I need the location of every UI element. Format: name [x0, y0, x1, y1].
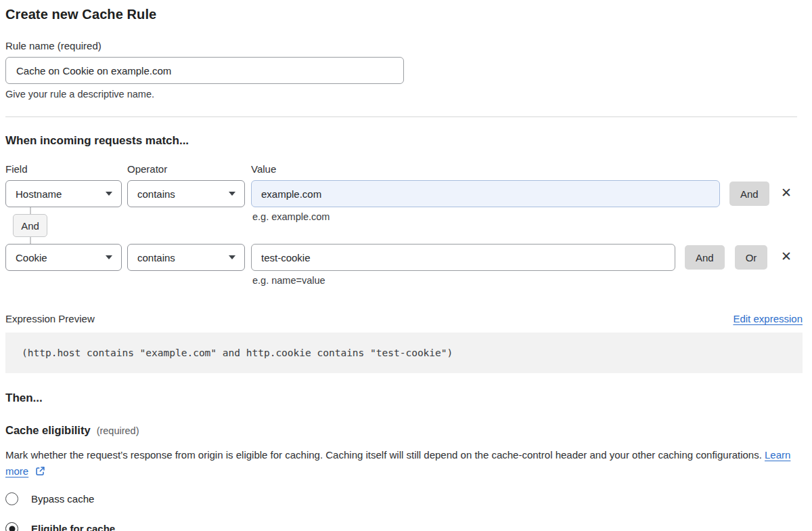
and-button-row2[interactable]: And: [685, 245, 725, 270]
match-row-2: Cookie contains e.g. name=value And Or ✕: [5, 244, 803, 271]
operator-select-row1[interactable]: contains: [127, 180, 245, 207]
expression-code: (http.host contains "example.com" and ht…: [22, 347, 453, 358]
section-divider: [5, 116, 797, 117]
expression-preview-header: Expression Preview Edit expression: [5, 313, 803, 324]
chevron-down-icon: [106, 192, 112, 196]
operator-select-row2[interactable]: contains: [127, 244, 245, 271]
cache-eligibility-title: Cache eligibility: [5, 424, 91, 437]
radio-label-bypass: Bypass cache: [31, 493, 94, 505]
radio-option-bypass-cache[interactable]: Bypass cache: [5, 492, 797, 505]
value-column-label: Value: [251, 163, 276, 175]
cache-eligibility-header: Cache eligibility (required): [5, 424, 797, 437]
close-icon[interactable]: ✕: [778, 249, 794, 264]
value-input-row2[interactable]: [251, 244, 675, 271]
create-cache-rule-form: Create new Cache Rule Rule name (require…: [0, 0, 807, 531]
row-connector: And: [5, 207, 49, 244]
field-select-row1[interactable]: Hostname: [5, 180, 122, 207]
close-icon[interactable]: ✕: [778, 185, 794, 200]
match-row-1: Hostname contains e.g. example.com And ✕: [5, 180, 803, 207]
edit-expression-link[interactable]: Edit expression: [733, 313, 803, 324]
then-heading: Then...: [5, 391, 797, 405]
and-button-row1[interactable]: And: [729, 182, 769, 206]
rule-name-input[interactable]: [5, 57, 404, 84]
external-link-icon: [35, 465, 45, 481]
page-title: Create new Cache Rule: [5, 7, 797, 22]
field-select-row2-value: Cookie: [16, 252, 47, 263]
operator-select-row2-value: contains: [137, 252, 175, 263]
chevron-down-icon: [229, 255, 235, 259]
radio-selected-icon[interactable]: [5, 522, 18, 531]
match-section-heading: When incoming requests match...: [5, 134, 797, 148]
value-column-row2: e.g. name=value: [251, 244, 675, 271]
match-column-labels: Field Operator Value: [5, 163, 797, 175]
value-column-row1: e.g. example.com: [251, 180, 720, 207]
chevron-down-icon: [229, 192, 235, 196]
radio-unselected-icon[interactable]: [5, 492, 18, 505]
field-column-label: Field: [5, 163, 127, 175]
radio-option-eligible-for-cache[interactable]: Eligible for cache: [5, 522, 797, 531]
value-input-row1[interactable]: [251, 180, 720, 207]
field-select-row2[interactable]: Cookie: [5, 244, 122, 271]
value-hint-row1: e.g. example.com: [252, 211, 330, 222]
description-text: Mark whether the request’s response from…: [5, 449, 762, 461]
required-note: (required): [97, 425, 139, 436]
connector-line-bottom: [30, 237, 31, 244]
expression-code-block: (http.host contains "example.com" and ht…: [5, 333, 803, 373]
operator-select-row1-value: contains: [137, 188, 175, 200]
radio-label-eligible: Eligible for cache: [31, 523, 115, 531]
connector-and-button[interactable]: And: [13, 214, 47, 237]
connector-line-top: [30, 207, 31, 214]
expression-preview-label: Expression Preview: [5, 313, 95, 324]
rule-name-label: Rule name (required): [5, 40, 797, 51]
or-button-row2[interactable]: Or: [735, 245, 768, 270]
field-select-row1-value: Hostname: [16, 188, 62, 200]
chevron-down-icon: [106, 255, 112, 259]
rule-name-helper: Give your rule a descriptive name.: [5, 89, 797, 100]
cache-eligibility-description: Mark whether the request’s response from…: [5, 447, 792, 481]
operator-column-label: Operator: [127, 163, 251, 175]
value-hint-row2: e.g. name=value: [252, 275, 325, 286]
